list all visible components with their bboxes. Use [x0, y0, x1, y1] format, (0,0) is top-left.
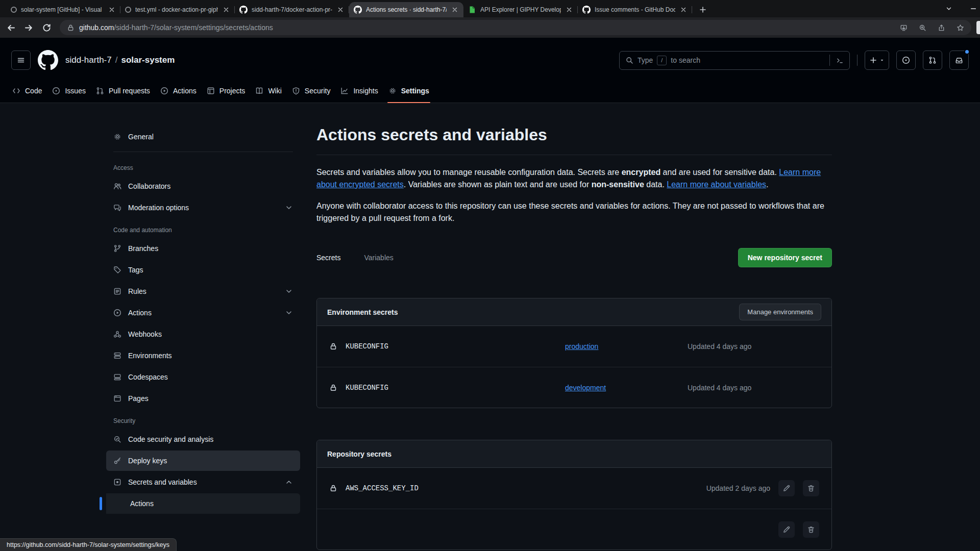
sidebar-subitem-actions-active[interactable]: Actions	[106, 493, 300, 514]
plus-icon	[869, 56, 877, 64]
close-icon[interactable]	[451, 6, 459, 14]
url-text: github.com/sidd-harth-7/solar-system/set…	[79, 23, 273, 32]
sidebar-item-rules[interactable]: Rules	[106, 281, 300, 302]
sidebar-item-tags[interactable]: Tags	[106, 260, 300, 280]
secrets-icon	[113, 478, 121, 486]
zoom-icon[interactable]	[919, 24, 926, 32]
manage-environments-button[interactable]: Manage environments	[739, 304, 821, 320]
sidebar-item-actions[interactable]: Actions	[106, 303, 300, 323]
issue-opened-icon	[902, 56, 910, 64]
notifications-inbox-button[interactable]	[949, 51, 969, 70]
close-icon[interactable]	[565, 6, 573, 14]
browser-tab-active[interactable]: Actions secrets · sidd-harth-7/s	[349, 2, 463, 17]
command-palette-icon[interactable]	[829, 55, 844, 66]
issues-dashboard-button[interactable]	[896, 51, 916, 70]
updated-timestamp: Updated 2 days ago	[706, 484, 770, 492]
tab-insights[interactable]: Insights	[335, 81, 383, 103]
people-icon	[113, 182, 121, 190]
loading-favicon-icon	[125, 7, 131, 13]
gear-icon	[113, 133, 121, 141]
window-minimize-button[interactable]	[970, 5, 977, 12]
download-icon[interactable]	[900, 24, 908, 32]
forward-button[interactable]	[24, 23, 34, 33]
browser-tab[interactable]: sidd-harth-7/docker-action-pr-g	[235, 2, 349, 17]
search-input[interactable]: Type / to search	[619, 51, 850, 70]
play-icon	[113, 309, 121, 317]
sidebar-item-secrets-and-variables[interactable]: Secrets and variables	[106, 472, 300, 492]
tab-actions[interactable]: Actions	[155, 81, 202, 103]
url-bar[interactable]: github.com/sidd-harth-7/solar-system/set…	[60, 20, 971, 35]
share-icon[interactable]	[938, 24, 945, 32]
comment-discussion-icon	[113, 204, 121, 212]
back-button[interactable]	[6, 23, 16, 33]
updated-timestamp: Updated 4 days ago	[688, 342, 751, 350]
tab-projects[interactable]: Projects	[202, 81, 251, 103]
github-logo-icon[interactable]	[38, 50, 58, 70]
sidebar-section-security: Security	[106, 410, 300, 428]
repo-owner-link[interactable]: sidd-harth-7	[65, 55, 112, 65]
pencil-icon	[782, 484, 791, 492]
new-repository-secret-button[interactable]: New repository secret	[738, 248, 832, 267]
browser-tab[interactable]: test.yml - docker-action-pr-giph	[120, 2, 235, 17]
notification-dot	[964, 49, 970, 55]
repo-name-link[interactable]: solar-system	[121, 55, 175, 65]
tab-variables[interactable]: Variables	[364, 254, 393, 262]
close-icon[interactable]	[336, 6, 345, 14]
create-new-button[interactable]	[865, 51, 889, 70]
book-icon	[255, 87, 263, 95]
trash-icon	[807, 484, 815, 492]
delete-secret-button[interactable]	[803, 480, 819, 496]
new-tab-button[interactable]	[696, 3, 709, 16]
repository-secrets-title: Repository secrets	[327, 450, 391, 458]
browser-tab[interactable]: solar-system [GitHub] - Visual St	[6, 2, 120, 17]
sidebar-item-environments[interactable]: Environments	[106, 345, 300, 366]
sidebar-item-deploy-keys[interactable]: Deploy keys	[106, 450, 300, 471]
tab-pull-requests[interactable]: Pull requests	[91, 81, 155, 103]
sidebar-section-code-and-automation: Code and automation	[106, 219, 300, 237]
secret-name: KUBECONFIG	[346, 342, 565, 350]
profile-avatar-partial[interactable]	[976, 21, 980, 34]
sidebar-item-codespaces[interactable]: Codespaces	[106, 367, 300, 387]
tab-security[interactable]: Security	[287, 81, 336, 103]
sidebar-item-branches[interactable]: Branches	[106, 238, 300, 259]
close-icon[interactable]	[679, 6, 688, 14]
sidebar-item-pages[interactable]: Pages	[106, 388, 300, 409]
tab-code[interactable]: Code	[7, 81, 47, 103]
link-variables[interactable]: Learn more about variables	[667, 180, 766, 189]
edit-secret-button[interactable]	[778, 480, 795, 496]
gear-icon	[388, 87, 397, 95]
tab-wiki[interactable]: Wiki	[250, 81, 286, 103]
secrets-variables-tabs: Secrets Variables New repository secret	[316, 248, 832, 267]
github-favicon-icon	[239, 6, 248, 14]
tab-issues[interactable]: Issues	[47, 81, 90, 103]
reload-button[interactable]	[42, 23, 52, 33]
browser-tab[interactable]: API Explorer | GIPHY Developers	[463, 2, 578, 17]
close-icon[interactable]	[108, 6, 116, 14]
edit-secret-button[interactable]	[778, 521, 795, 538]
sidebar-item-moderation-options[interactable]: Moderation options	[106, 197, 300, 218]
sidebar-item-code-security-and-analysis[interactable]: Code security and analysis	[106, 429, 300, 449]
browser-tab[interactable]: Issue comments - GitHub Docs	[578, 2, 692, 17]
pull-requests-dashboard-button[interactable]	[923, 51, 942, 70]
tab-secrets[interactable]: Secrets	[316, 254, 340, 262]
hamburger-menu-button[interactable]	[11, 51, 31, 70]
close-icon[interactable]	[222, 6, 230, 14]
tab-search-chevron-icon[interactable]	[945, 5, 952, 12]
browser-tab-strip: solar-system [GitHub] - Visual St test.y…	[0, 0, 980, 17]
sidebar-item-collaborators[interactable]: Collaborators	[106, 176, 300, 196]
sidebar-item-general[interactable]: General	[106, 127, 300, 147]
repository-secret-row-partial	[317, 509, 831, 549]
tab-settings[interactable]: Settings	[383, 81, 434, 103]
tab-title: test.yml - docker-action-pr-giph	[135, 6, 218, 13]
delete-secret-button[interactable]	[803, 521, 819, 538]
environment-link[interactable]: production	[565, 342, 598, 350]
environment-secrets-box: Environment secrets Manage environments …	[316, 298, 832, 408]
repository-secrets-box: Repository secrets AWS_ACCESS_KEY_ID Upd…	[316, 440, 832, 550]
sidebar-item-webhooks[interactable]: Webhooks	[106, 324, 300, 344]
bookmark-star-icon[interactable]	[957, 24, 964, 32]
server-icon	[113, 352, 121, 360]
divider	[857, 55, 857, 66]
git-pull-request-icon	[96, 87, 104, 95]
environment-link[interactable]: development	[565, 384, 606, 392]
pencil-icon	[782, 525, 791, 534]
